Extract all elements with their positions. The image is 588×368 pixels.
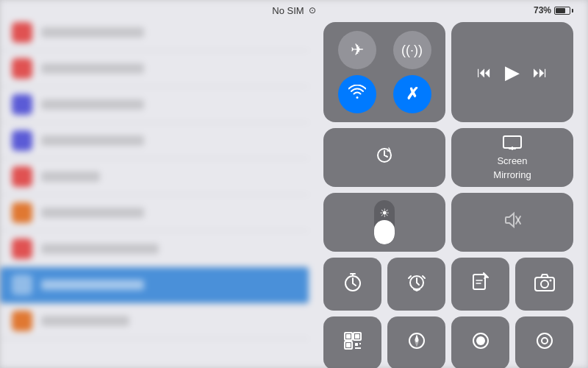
- screen-record-button[interactable]: [451, 316, 509, 368]
- quick-actions-row-1: [323, 258, 573, 311]
- list-item: [0, 303, 309, 339]
- camera-icon: [534, 272, 556, 297]
- svg-rect-6: [473, 275, 485, 289]
- list-item: [0, 51, 309, 87]
- wifi-icon: ⊙: [309, 5, 316, 15]
- svg-point-9: [549, 279, 551, 281]
- quick-actions-row-2: [323, 316, 573, 368]
- wifi-icon: [348, 85, 366, 104]
- battery-percent: 73%: [534, 5, 551, 15]
- alarm-icon: [406, 271, 428, 298]
- list-text: [41, 208, 144, 218]
- list-icon: [12, 238, 32, 259]
- compass-button[interactable]: [387, 316, 445, 368]
- media-next-button[interactable]: ⏭: [533, 64, 548, 81]
- list-text: [41, 135, 144, 146]
- list-icon: [12, 275, 32, 295]
- orientation-lock-button[interactable]: [323, 128, 445, 187]
- svg-rect-15: [346, 343, 351, 347]
- svg-point-25: [537, 333, 552, 348]
- svg-rect-16: [355, 343, 358, 346]
- timer-icon: [342, 271, 364, 298]
- extra-icon: [534, 330, 555, 356]
- list-text: [41, 244, 159, 254]
- list-icon: [12, 22, 32, 43]
- screen-mirroring-label-line1: Screen: [497, 155, 527, 166]
- list-item-selected: [0, 267, 309, 303]
- brightness-icon: ☀: [379, 206, 390, 220]
- brightness-fill: [374, 220, 395, 244]
- screen-mirroring-icon: [503, 135, 522, 152]
- wifi-button[interactable]: [338, 75, 376, 113]
- battery-area: 73%: [534, 5, 573, 15]
- status-bar: No SIM ⊙ 73%: [0, 0, 588, 21]
- brightness-slider[interactable]: ☀: [323, 193, 445, 252]
- list-item: [0, 231, 309, 267]
- media-play-button[interactable]: ▶: [505, 61, 520, 84]
- svg-rect-14: [355, 334, 359, 339]
- list-text: [41, 99, 144, 110]
- qr-icon: [343, 330, 363, 356]
- camera-button[interactable]: [515, 258, 573, 311]
- list-item: [0, 87, 309, 123]
- svg-point-8: [541, 280, 548, 288]
- svg-point-24: [476, 336, 485, 345]
- svg-rect-1: [503, 136, 521, 148]
- list-item: [0, 123, 309, 159]
- airplane-mode-button[interactable]: ✈: [338, 31, 376, 69]
- mute-icon: [502, 210, 523, 235]
- svg-rect-18: [355, 347, 361, 349]
- extra-button[interactable]: [515, 316, 573, 368]
- screen-mirroring-button[interactable]: Screen Mirroring: [451, 128, 573, 187]
- battery-icon: [554, 7, 573, 15]
- svg-point-26: [542, 338, 548, 344]
- timer-button[interactable]: [323, 258, 381, 311]
- list-text: [41, 171, 100, 182]
- svg-point-22: [415, 339, 418, 342]
- qr-scanner-button[interactable]: [323, 316, 381, 368]
- compass-icon: [406, 330, 427, 356]
- connectivity-block: ✈ ((·)) ✗: [323, 22, 445, 122]
- airplane-icon: ✈: [351, 40, 364, 60]
- notepad-icon: [470, 272, 491, 297]
- middle-right-column: Screen Mirroring: [451, 128, 573, 187]
- list-icon: [12, 130, 32, 151]
- svg-rect-7: [535, 277, 554, 291]
- record-icon: [470, 330, 491, 356]
- list-text: [41, 280, 144, 290]
- screen-mirroring-label-line2: Mirroring: [493, 169, 531, 180]
- list-text: [41, 316, 129, 326]
- control-center: ✈ ((·)) ✗ ⏮ ▶ ⏭: [323, 22, 573, 361]
- list-icon: [12, 311, 32, 331]
- list-icon: [12, 94, 32, 115]
- orientation-lock-icon: [374, 145, 395, 170]
- list-text: [41, 27, 144, 38]
- brightness-track: ☀: [374, 200, 395, 244]
- list-icon: [12, 202, 32, 223]
- list-icon: [12, 58, 32, 79]
- alarm-button[interactable]: [387, 258, 445, 311]
- cellular-button[interactable]: ((·)): [393, 31, 431, 69]
- list-text: [41, 63, 144, 74]
- svg-rect-17: [359, 343, 361, 344]
- mute-button[interactable]: [451, 193, 573, 252]
- media-player-block: ⏮ ▶ ⏭: [451, 22, 573, 122]
- notepad-button[interactable]: [451, 258, 509, 311]
- carrier-label: No SIM: [272, 5, 304, 16]
- cellular-icon: ((·)): [401, 43, 423, 58]
- list-item: [0, 195, 309, 231]
- bluetooth-button[interactable]: ✗: [393, 75, 431, 113]
- list-item: [0, 159, 309, 195]
- svg-rect-13: [346, 334, 351, 339]
- bluetooth-icon: ✗: [406, 85, 419, 104]
- media-prev-button[interactable]: ⏮: [477, 64, 492, 81]
- settings-list: [0, 0, 309, 368]
- list-icon: [12, 166, 32, 187]
